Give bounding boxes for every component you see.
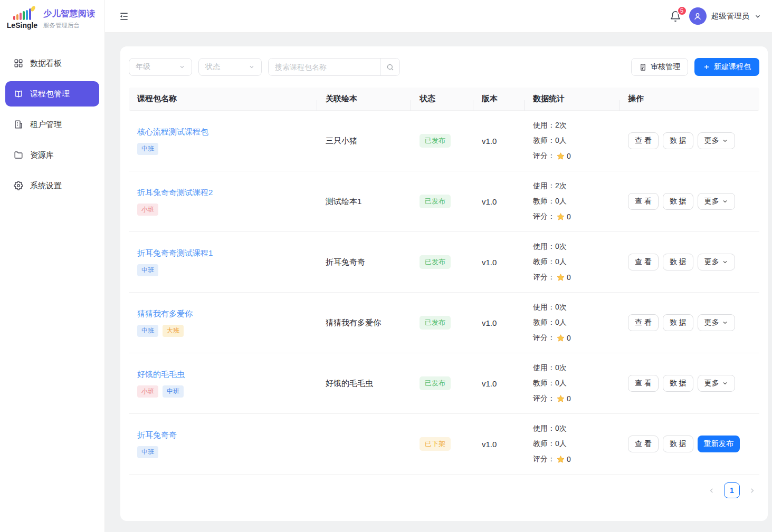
- package-name-link[interactable]: 核心流程测试课程包: [137, 127, 208, 137]
- status-select[interactable]: 状态: [198, 58, 262, 76]
- next-page-icon[interactable]: [748, 487, 756, 495]
- avatar: [689, 7, 707, 25]
- view-button[interactable]: 查 看: [628, 314, 659, 331]
- grade-tag: 小班: [137, 385, 158, 398]
- notification-bell[interactable]: 5: [670, 11, 681, 22]
- more-button[interactable]: 更多: [698, 193, 735, 210]
- chevron-down-icon: [722, 320, 728, 326]
- review-manage-button[interactable]: 审核管理: [631, 58, 688, 76]
- sidebar-item-tenants[interactable]: 租户管理: [5, 112, 99, 137]
- version-text: v1.0: [473, 379, 525, 388]
- grade-tags: 中班大班: [137, 325, 309, 337]
- brand-text: LeSingle: [7, 21, 37, 30]
- package-name-link[interactable]: 猜猜我有多爱你: [137, 309, 193, 319]
- view-button[interactable]: 查 看: [628, 375, 659, 392]
- teachers-stat: 教师：0人: [533, 378, 611, 389]
- republish-button[interactable]: 重新发布: [698, 436, 740, 452]
- prev-page-icon[interactable]: [708, 487, 716, 495]
- rating-label: 评分：: [533, 212, 555, 221]
- rating-stat: 评分：0: [533, 150, 611, 162]
- table-row: 折耳兔奇奇测试课程1 中班 折耳兔奇奇 已发布 v1.0 使用：0次 教师：0人…: [129, 232, 759, 293]
- topbar: 5 超级管理员: [105, 0, 772, 33]
- package-name-link[interactable]: 折耳兔奇奇: [137, 430, 177, 440]
- rating-label: 评分：: [533, 454, 555, 464]
- view-button[interactable]: 查 看: [628, 436, 659, 452]
- chevron-down-icon: [722, 380, 728, 386]
- book-icon: [14, 89, 23, 99]
- more-button[interactable]: 更多: [698, 314, 735, 331]
- rating-stat: 评分：0: [533, 211, 611, 223]
- more-button-label: 更多: [704, 257, 719, 267]
- star-icon: [556, 455, 565, 464]
- usage-value: 0次: [555, 303, 567, 312]
- table-row: 猜猜我有多爱你 中班大班 猜猜我有多爱你 已发布 v1.0 使用：0次 教师：0…: [129, 293, 759, 353]
- grade-tags: 中班: [137, 143, 309, 155]
- create-package-button[interactable]: 新建课程包: [694, 58, 759, 76]
- status-badge: 已发布: [420, 255, 451, 269]
- rating-label: 评分：: [533, 151, 555, 161]
- sidebar-item-label: 租户管理: [30, 120, 62, 130]
- usage-stat: 使用：0次: [533, 302, 611, 313]
- sidebar-item-dashboard[interactable]: 数据看板: [5, 51, 99, 76]
- app-subtitle: 服务管理后台: [43, 22, 96, 30]
- sidebar-item-course-packages[interactable]: 课程包管理: [5, 81, 99, 107]
- grade-tags: 中班: [137, 264, 309, 276]
- column-header-status: 状态: [411, 94, 473, 104]
- usage-stat: 使用：2次: [533, 180, 611, 192]
- version-text: v1.0: [473, 197, 525, 206]
- table-row: 折耳兔奇奇 中班 已下架 v1.0 使用：0次 教师：0人 评分：0 查 看 数…: [129, 414, 759, 475]
- rating-value: 0: [567, 334, 571, 342]
- chevron-down-icon: [179, 64, 185, 70]
- rating-value: 0: [567, 455, 571, 463]
- view-button[interactable]: 查 看: [628, 193, 659, 210]
- app-title: 少儿智慧阅读: [43, 8, 96, 20]
- status-badge: 已发布: [420, 376, 451, 390]
- column-header-name: 课程包名称: [129, 94, 317, 104]
- data-button[interactable]: 数 据: [663, 314, 693, 331]
- menu-fold-icon[interactable]: [119, 11, 129, 22]
- chevron-down-icon: [722, 259, 728, 265]
- sidebar-item-label: 资源库: [30, 150, 54, 160]
- data-button[interactable]: 数 据: [663, 132, 693, 149]
- search-input[interactable]: [269, 59, 380, 75]
- dashboard-icon: [14, 59, 23, 68]
- app-logo: LeSingle 少儿智慧阅读 服务管理后台: [0, 0, 104, 38]
- grade-select[interactable]: 年级: [129, 58, 192, 76]
- more-button[interactable]: 更多: [698, 254, 735, 270]
- teachers-label: 教师：: [533, 257, 555, 267]
- user-menu[interactable]: 超级管理员: [689, 7, 762, 25]
- version-text: v1.0: [473, 258, 525, 267]
- more-button[interactable]: 更多: [698, 132, 735, 149]
- package-name-link[interactable]: 好饿的毛毛虫: [137, 370, 185, 380]
- usage-value: 2次: [555, 121, 567, 130]
- sidebar-item-resources[interactable]: 资源库: [5, 142, 99, 168]
- rating-value: 0: [567, 394, 571, 403]
- sidebar-item-label: 系统设置: [30, 181, 62, 191]
- rating-label: 评分：: [533, 273, 555, 282]
- page-number[interactable]: 1: [724, 482, 740, 498]
- data-button[interactable]: 数 据: [663, 193, 693, 210]
- data-button[interactable]: 数 据: [663, 375, 693, 392]
- status-badge: 已下架: [420, 437, 451, 451]
- rating-stat: 评分：0: [533, 393, 611, 404]
- search-button[interactable]: [380, 59, 399, 75]
- grade-tag: 中班: [137, 143, 158, 155]
- view-button[interactable]: 查 看: [628, 254, 659, 270]
- usage-stat: 使用：0次: [533, 362, 611, 374]
- sidebar-item-settings[interactable]: 系统设置: [5, 173, 99, 198]
- sidebar-menu: 数据看板 课程包管理 租户管理 资源库 系统设置: [0, 38, 104, 211]
- data-button[interactable]: 数 据: [663, 436, 693, 452]
- data-button[interactable]: 数 据: [663, 254, 693, 270]
- package-name-link[interactable]: 折耳兔奇奇测试课程1: [137, 248, 213, 258]
- usage-label: 使用：: [533, 363, 555, 373]
- pagination: 1: [129, 475, 759, 498]
- grade-tags: 小班中班: [137, 385, 309, 398]
- more-button[interactable]: 更多: [698, 375, 735, 392]
- search-icon: [386, 63, 394, 71]
- book-name: 三只小猪: [317, 136, 411, 146]
- status-select-value: 状态: [205, 62, 220, 72]
- view-button[interactable]: 查 看: [628, 132, 659, 149]
- grade-tag: 大班: [163, 325, 184, 337]
- teachers-value: 0人: [555, 318, 567, 327]
- package-name-link[interactable]: 折耳兔奇奇测试课程2: [137, 188, 213, 198]
